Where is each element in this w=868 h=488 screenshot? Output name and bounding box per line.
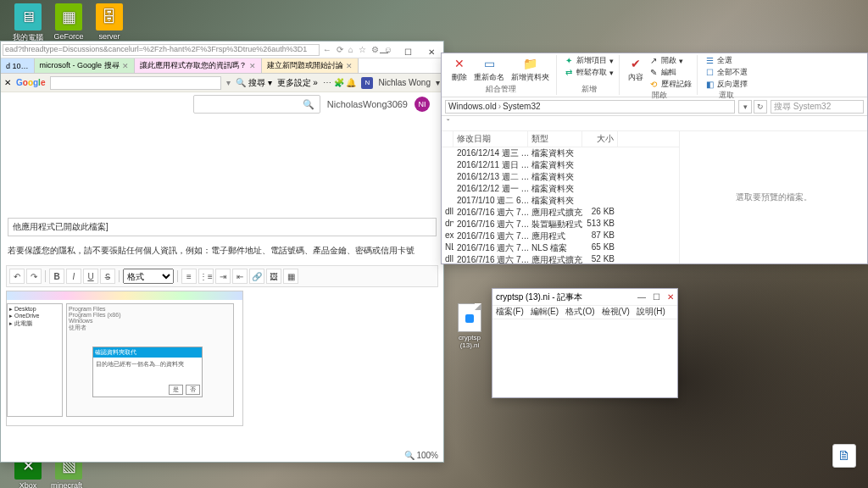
explorer-search-input[interactable]: 搜尋 System32	[771, 100, 864, 114]
tab-close-icon[interactable]: ✕	[249, 62, 256, 70]
strike-button[interactable]: S̶	[100, 269, 115, 284]
desktop-file-cryptsp[interactable]: cryptsp (13).ni	[449, 303, 490, 349]
list-ordered-button[interactable]: ≡	[181, 269, 197, 284]
breadcrumb[interactable]: Windows.old› System32	[445, 100, 735, 114]
inserted-screenshot: ▸ Desktop▸ OneDrive▸ 此電腦 Program FilesPr…	[6, 291, 243, 426]
underline-button[interactable]: U	[83, 269, 98, 284]
label: server	[90, 32, 129, 41]
google-toolbar: ✕ Google ▾ 🔍 搜尋 ▾ 更多設定 » ⋯ 🧩 🔔 N Nichlas…	[1, 74, 443, 92]
file-row[interactable]: 2017/1/10 週二 6…檔案資料夾	[442, 195, 679, 207]
tab-3[interactable]: 讓此應用程式存取您的資訊嗎？✕	[135, 58, 262, 73]
table-button[interactable]: ▦	[283, 269, 298, 284]
file-row[interactable]: 2016/12/14 週三 …檔案資料夾	[442, 147, 679, 159]
undo-button[interactable]: ↶	[9, 269, 25, 284]
ms-avatar[interactable]: NI	[415, 97, 430, 112]
ribbon-history[interactable]: ⟲歷程記錄	[648, 79, 692, 90]
file-row[interactable]: drv2016/7/16 週六 7…裝置驅動程式513 KB	[442, 219, 679, 230]
outdent-button[interactable]: ⇤	[232, 269, 248, 284]
tab-1[interactable]: d 10…	[1, 58, 35, 73]
ribbon-edit[interactable]: ✎編輯	[648, 67, 692, 78]
menu-edit[interactable]: 編輯(E)	[531, 306, 559, 319]
explorer-window: ✕刪除 ▭重新命名 📁新增資料夾 組合管理 ✦新增項目▾ ⇄輕鬆存取▾ 新增 ✔…	[441, 53, 868, 264]
ms-username: NicholasWong3069	[327, 99, 408, 109]
refresh-icon[interactable]: ↻	[754, 100, 767, 114]
notepad-textarea[interactable]	[492, 319, 677, 397]
file-row[interactable]: dll2016/7/16 週六 7…應用程式擴充52 KB	[442, 254, 679, 263]
bold-button[interactable]: B	[49, 269, 64, 284]
file-row[interactable]: 2016/12/12 週一 …檔案資料夾	[442, 183, 679, 195]
nav-back-icon[interactable]: ←	[323, 45, 331, 54]
menu-view[interactable]: 檢視(V)	[602, 306, 630, 319]
ribbon-rename-button[interactable]: ▭重新命名	[472, 55, 506, 84]
maximize-button[interactable]: ☐	[399, 45, 416, 58]
ribbon-invert-select[interactable]: ◧反向選擇	[704, 79, 748, 90]
format-select[interactable]: 格式	[123, 269, 174, 284]
ribbon-delete-button[interactable]: ✕刪除	[450, 55, 469, 84]
notepad-title: cryptsp (13).ni - 記事本	[496, 291, 582, 303]
menu-file[interactable]: 檔案(F)	[496, 306, 524, 319]
toolbar-close-icon[interactable]: ✕	[4, 78, 11, 87]
link-button[interactable]: 🔗	[249, 269, 264, 284]
google-logo: Google	[16, 78, 45, 87]
italic-button[interactable]: I	[66, 269, 81, 284]
browser-tabs: d 10… microsoft - Google 搜尋✕ 讓此應用程式存取您的資…	[1, 58, 443, 74]
column-sort-row: ˇ	[442, 116, 867, 131]
tab-close-icon[interactable]: ✕	[122, 62, 129, 70]
ribbon-select-all[interactable]: ☰全選	[704, 55, 748, 66]
file-row[interactable]: exe2016/7/16 週六 7…應用程式87 KB	[442, 230, 679, 242]
desktop-icon-my-computer[interactable]: 🖥我的電腦	[8, 3, 47, 43]
preview-pane: 選取要預覽的檔案。	[679, 131, 867, 263]
redo-button[interactable]: ↷	[26, 269, 42, 284]
file-list[interactable]: 修改日期 類型 大小 2016/12/14 週三 …檔案資料夾2016/12/1…	[442, 131, 679, 263]
toolbar-username: Nichlas Wong	[378, 78, 431, 87]
notepad-menu: 檔案(F) 編輯(E) 格式(O) 檢視(V) 說明(H)	[492, 306, 677, 319]
menu-format[interactable]: 格式(O)	[565, 306, 594, 319]
search-button[interactable]: 🔍 搜尋 ▾	[236, 77, 272, 89]
file-row[interactable]: 2016/12/13 週二 …檔案資料夾	[442, 171, 679, 183]
close-button[interactable]: ✕	[667, 292, 674, 302]
ribbon-easy-access[interactable]: ⇄輕鬆存取▾	[564, 67, 614, 78]
google-search-input[interactable]	[50, 76, 221, 90]
list-bullet-button[interactable]: ⋮≡	[198, 269, 214, 284]
close-button[interactable]: ✕	[423, 45, 440, 58]
zoom-indicator[interactable]: 🔍 100%	[404, 451, 438, 460]
nav-star-icon[interactable]: ☆	[359, 45, 366, 54]
address-bar[interactable]: ead?threadtype=Discussions&cancelurl=%2F…	[3, 44, 320, 56]
editor-toolbar: ↶ ↷ B I U S̶ 格式 ≡ ⋮≡ ⇥ ⇤ 🔗 🖼 ▦	[6, 265, 438, 287]
more-settings-link[interactable]: 更多設定 »	[277, 77, 318, 89]
breadcrumb-bar: Windows.old› System32 ▾ ↻ 搜尋 System32	[442, 97, 867, 116]
file-row[interactable]: NLS2016/7/16 週六 7…NLS 檔案65 KB	[442, 242, 679, 254]
ribbon: ✕刪除 ▭重新命名 📁新增資料夾 組合管理 ✦新增項目▾ ⇄輕鬆存取▾ 新增 ✔…	[442, 53, 867, 97]
label: minecraft_	[49, 481, 88, 488]
file-row[interactable]: dll2016/7/16 週六 7…應用程式擴充26 KB	[442, 207, 679, 219]
tab-2[interactable]: microsoft - Google 搜尋✕	[35, 58, 135, 73]
privacy-hint: 若要保護您的隱私，請不要張貼任何個人資訊，例如：電子郵件地址、電話號碼、產品金鑰…	[8, 245, 437, 257]
ms-header: 🔍 NicholasWong3069 NI	[1, 92, 443, 116]
ribbon-properties-button[interactable]: ✔內容	[626, 55, 645, 84]
file-row[interactable]: 2016/12/11 週日 …檔案資料夾	[442, 159, 679, 171]
attachment-box: 他應用程式已開啟此檔案]	[8, 218, 437, 236]
minimize-button[interactable]: —	[376, 45, 392, 58]
minimize-button[interactable]: —	[637, 292, 646, 302]
ribbon-new-item[interactable]: ✦新增項目▾	[564, 55, 614, 66]
toolbar-avatar[interactable]: N	[361, 77, 373, 89]
indent-button[interactable]: ⇥	[215, 269, 231, 284]
tab-close-icon[interactable]: ✕	[346, 62, 353, 70]
ribbon-open[interactable]: ↗開啟▾	[648, 55, 692, 66]
label: cryptsp (13).ni	[449, 334, 490, 349]
toolbar-icons[interactable]: ⋯ 🧩 🔔	[323, 78, 357, 87]
ribbon-newfolder-button[interactable]: 📁新增資料夾	[509, 55, 551, 84]
ms-search-input[interactable]: 🔍	[193, 95, 320, 114]
ribbon-select-none[interactable]: ☐全部不選	[704, 67, 748, 78]
tray-icon[interactable]: 🗎	[832, 444, 856, 468]
desktop-icon-server[interactable]: 🗄server	[90, 3, 129, 41]
breadcrumb-dropdown-icon[interactable]: ▾	[738, 100, 752, 114]
nav-home-icon[interactable]: ⌂	[348, 45, 353, 54]
page-content: 他應用程式已開啟此檔案] 若要保護您的隱私，請不要張貼任何個人資訊，例如：電子郵…	[1, 116, 443, 462]
nav-refresh-icon[interactable]: ⟳	[337, 45, 343, 54]
image-button[interactable]: 🖼	[266, 269, 281, 284]
menu-help[interactable]: 說明(H)	[637, 306, 665, 319]
file-list-header[interactable]: 修改日期 類型 大小	[442, 131, 679, 147]
tab-4[interactable]: 建立新問題或開始討論✕	[262, 58, 359, 73]
maximize-button[interactable]: ☐	[653, 292, 660, 302]
